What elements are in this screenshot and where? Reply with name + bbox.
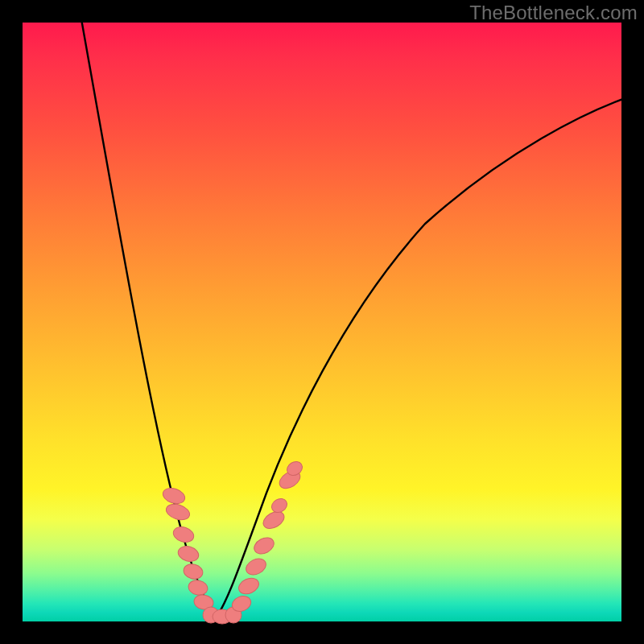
watermark-text: TheBottleneck.com	[469, 2, 638, 24]
chart-frame: TheBottleneck.com	[0, 0, 644, 644]
plot-area	[23, 23, 621, 621]
bottleneck-curve	[80, 14, 634, 618]
curve-marker	[187, 579, 208, 597]
curve-marker	[251, 535, 276, 557]
curve-marker	[236, 575, 261, 597]
curve-marker	[164, 502, 192, 522]
curve-marker	[176, 544, 200, 564]
curve-marker	[182, 562, 204, 580]
curve-marker	[243, 555, 268, 578]
curve-marker	[260, 508, 287, 532]
curve-marker	[269, 496, 289, 515]
curve-markers	[161, 459, 305, 624]
curve-marker	[171, 524, 196, 544]
curve-marker	[161, 485, 187, 506]
curve-layer	[23, 23, 621, 621]
